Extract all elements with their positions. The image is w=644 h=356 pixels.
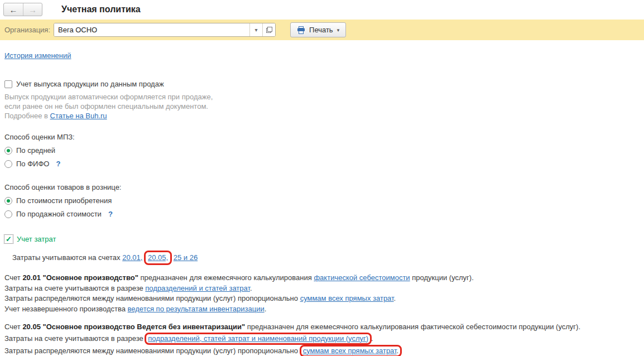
text: Затраты на счете учитываются в разрезе [4, 334, 145, 343]
retail-option-cost: По стоимости приобретения [4, 196, 640, 205]
mpz-group-title: Способ оценки МПЗ: [4, 133, 640, 141]
text: продукции (услуг). [410, 273, 474, 282]
cost-accounts-pre: Затраты учитываются на счетах [12, 253, 122, 262]
chevron-down-icon: ▾ [337, 27, 340, 33]
forward-button[interactable]: → [23, 3, 42, 16]
title-bar: ← → Учетная политика [0, 0, 644, 18]
buh-ru-article-link[interactable]: Статье на Buh.ru [50, 112, 107, 120]
organization-open-button[interactable] [263, 23, 275, 36]
paragraph-line: Затраты на счете учитываются в разрезе п… [4, 333, 640, 345]
account-2001-link[interactable]: 20.01, [122, 253, 142, 262]
account-2001-paragraph: Счет 20.01 "Основное производство" предн… [4, 273, 640, 314]
text: предназначен для ежемесячного калькулиро… [245, 323, 580, 331]
cost-dimensions-2005-link[interactable]: подразделений, статей затрат и наименова… [148, 334, 368, 343]
text: Счет [4, 273, 22, 282]
text: . [371, 334, 373, 343]
back-icon: ← [9, 5, 18, 15]
annotation-box-cost-dimensions: подразделений, статей затрат и наименова… [145, 333, 372, 345]
cost-accounting-checkbox[interactable]: ✓ [4, 235, 13, 243]
actual-cost-link[interactable]: фактической себестоимости [314, 273, 410, 282]
sale-price-help-link[interactable]: ? [108, 210, 113, 218]
note-line: Подробнее в Статье на Buh.ru [4, 111, 640, 121]
text: Затраты распределяются между наименовани… [4, 294, 300, 302]
annotation-box-direct-costs: суммам всех прямых затрат. [300, 345, 402, 356]
page-title: Учетная политика [61, 4, 141, 15]
production-note: Выпуск продукции автоматически оформляет… [4, 92, 640, 121]
organization-label: Организация: [4, 26, 50, 34]
wip-inventory-link[interactable]: ведется по результатам инвентаризации [128, 305, 265, 313]
text: Счет [4, 323, 22, 331]
paragraph-line: Учет незавершенного производства ведется… [4, 304, 640, 315]
mpz-option-average-label: По средней [16, 146, 55, 155]
production-by-sales-row: Учет выпуска продукции по данным продаж [4, 80, 640, 88]
radio-sale-price[interactable] [4, 210, 12, 218]
retail-group-title: Способ оценки товаров в рознице: [4, 183, 640, 191]
cost-dimensions-link[interactable]: подразделений и статей затрат [145, 284, 250, 292]
account-2001-name: 20.01 "Основное производство" [22, 273, 138, 282]
radio-dot [7, 199, 10, 203]
note-line-pre: Подробнее в [4, 112, 50, 120]
cost-accounting-label: Учет затрат [17, 235, 56, 243]
print-button-label: Печать [309, 26, 333, 34]
retail-option-sale: По продажной стоимости ? [4, 210, 640, 218]
note-line: Выпуск продукции автоматически оформляет… [4, 92, 640, 102]
paragraph-line: Счет 20.01 "Основное производство" предн… [4, 273, 640, 283]
cost-accounts-line: Затраты учитываются на счетах 20.01, 20.… [12, 251, 640, 265]
paragraph-line: Затраты на счете учитываются в разрезе п… [4, 283, 640, 294]
retail-option-cost-label: По стоимости приобретения [16, 196, 112, 205]
chevron-down-icon: ▾ [255, 27, 258, 33]
text: Затраты распределяются между наименовани… [4, 347, 300, 355]
radio-average[interactable] [4, 147, 12, 155]
cost-accounting-row: ✓ Учет затрат [4, 235, 640, 243]
organization-dropdown-button[interactable]: ▾ [250, 23, 262, 36]
production-by-sales-label: Учет выпуска продукции по данным продаж [16, 80, 164, 88]
text: . [397, 347, 399, 355]
account-2005-name: 20.05 "Основное производство Ведется без… [22, 323, 245, 331]
direct-costs-sum-link[interactable]: суммам всех прямых затрат [300, 294, 394, 302]
radio-dot [7, 149, 10, 152]
open-form-icon [266, 27, 272, 33]
note-line: если ранее он не был оформлен специальны… [4, 102, 640, 111]
paragraph-line: Счет 20.05 "Основное производство Ведетс… [4, 322, 640, 333]
radio-acquisition-cost[interactable] [4, 197, 12, 205]
direct-costs-sum-2005-link[interactable]: суммам всех прямых затрат [303, 347, 397, 355]
radio-fifo[interactable] [4, 160, 12, 168]
production-by-sales-checkbox[interactable] [4, 80, 12, 88]
paragraph-line: Затраты распределяются между наименовани… [4, 345, 640, 356]
command-bar: Организация: ▾ Печать ▾ [0, 20, 644, 40]
forward-icon: → [28, 5, 37, 15]
check-icon: ✓ [6, 235, 12, 243]
text: . [265, 305, 267, 313]
text: Затраты на счете учитываются в разрезе [4, 284, 145, 292]
account-25-26-link[interactable]: 25 и 26 [174, 253, 198, 262]
organization-combo: ▾ [54, 23, 276, 37]
print-button[interactable]: Печать ▾ [290, 22, 346, 37]
mpz-option-average: По средней [4, 146, 640, 155]
text: Учет незавершенного производства [4, 305, 128, 313]
text: . [394, 294, 396, 302]
text: предназначен для ежемесячного калькулиро… [138, 273, 314, 282]
back-button[interactable]: ← [4, 3, 23, 16]
text: . [250, 284, 252, 292]
account-2005-link[interactable]: 20.05, [148, 253, 168, 262]
organization-input[interactable] [54, 23, 249, 36]
annotation-box-account-2005: 20.05, [144, 251, 172, 265]
account-2005-paragraph: Счет 20.05 "Основное производство Ведетс… [4, 322, 640, 356]
mpz-option-fifo: По ФИФО ? [4, 160, 640, 168]
history-of-changes-link[interactable]: История изменений [4, 51, 71, 60]
fifo-help-link[interactable]: ? [56, 160, 60, 168]
printer-icon [297, 26, 305, 34]
history-nav-group: ← → [3, 3, 42, 16]
retail-option-sale-label: По продажной стоимости [16, 210, 102, 218]
paragraph-line: Затраты распределяются между наименовани… [4, 294, 640, 304]
mpz-option-fifo-label: По ФИФО [16, 160, 49, 168]
